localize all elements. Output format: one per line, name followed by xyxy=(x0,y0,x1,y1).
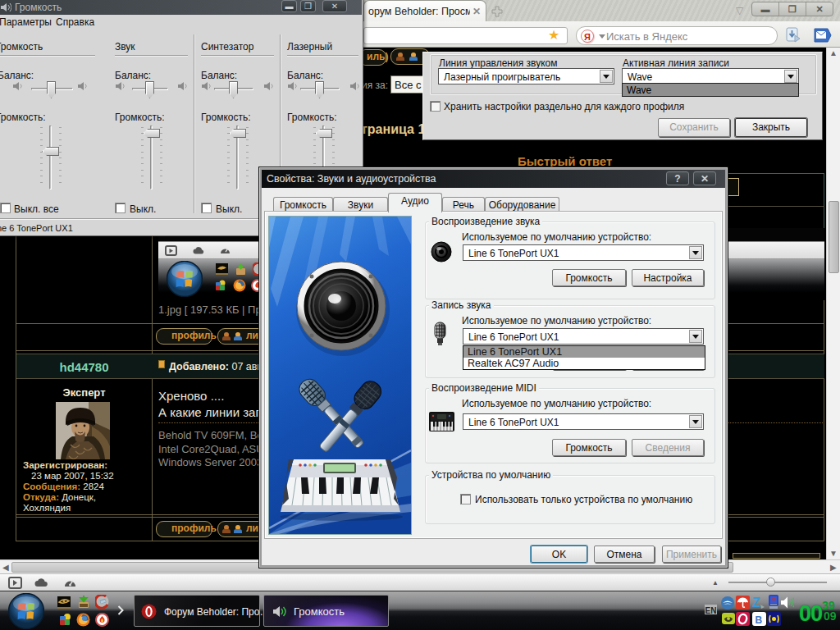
svg-text:B: B xyxy=(756,614,763,626)
svg-text:Z: Z xyxy=(752,596,760,609)
